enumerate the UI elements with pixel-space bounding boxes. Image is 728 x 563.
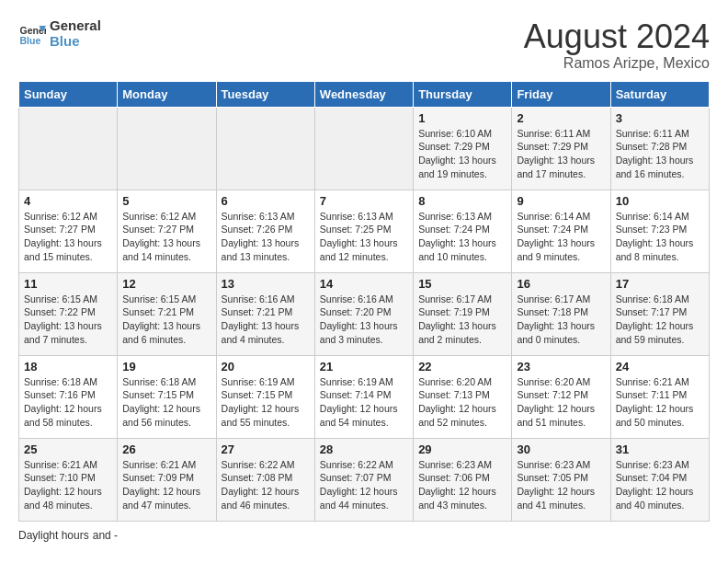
day-number: 20 [222,360,310,373]
day-info: Sunrise: 6:15 AM Sunset: 7:21 PM Dayligh… [122,293,210,347]
day-info: Sunrise: 6:13 AM Sunset: 7:25 PM Dayligh… [320,210,408,264]
day-number: 6 [222,194,310,208]
day-number: 14 [320,277,408,291]
day-info: Sunrise: 6:10 AM Sunset: 7:29 PM Dayligh… [418,127,506,181]
day-info: Sunrise: 6:23 AM Sunset: 7:05 PM Dayligh… [517,458,605,512]
day-info: Sunrise: 6:18 AM Sunset: 7:16 PM Dayligh… [24,375,112,430]
calendar-cell: 15Sunrise: 6:17 AM Sunset: 7:19 PM Dayli… [414,272,512,355]
day-number: 8 [418,194,506,208]
day-info: Sunrise: 6:18 AM Sunset: 7:17 PM Dayligh… [616,293,704,347]
day-of-week-header: Sunday [19,81,118,107]
title-block: August 2024 Ramos Arizpe, Mexico [524,18,710,72]
footer-daylight-label: Daylight hours [18,529,89,542]
logo: General Blue General Blue [18,18,101,49]
day-of-week-header: Wednesday [314,81,413,107]
day-info: Sunrise: 6:13 AM Sunset: 7:26 PM Dayligh… [222,210,310,264]
day-number: 30 [517,442,605,456]
day-of-week-header: Monday [118,81,216,107]
main-title: August 2024 [524,18,710,55]
logo-line2: Blue [50,34,101,50]
calendar-cell: 25Sunrise: 6:21 AM Sunset: 7:10 PM Dayli… [19,438,118,521]
subtitle: Ramos Arizpe, Mexico [524,55,710,72]
calendar-cell: 10Sunrise: 6:14 AM Sunset: 7:23 PM Dayli… [610,190,709,272]
day-info: Sunrise: 6:15 AM Sunset: 7:22 PM Dayligh… [24,293,112,347]
day-info: Sunrise: 6:19 AM Sunset: 7:14 PM Dayligh… [320,375,408,430]
day-info: Sunrise: 6:14 AM Sunset: 7:24 PM Dayligh… [517,210,605,264]
calendar-cell: 30Sunrise: 6:23 AM Sunset: 7:05 PM Dayli… [512,438,610,521]
day-info: Sunrise: 6:16 AM Sunset: 7:21 PM Dayligh… [222,293,310,347]
calendar-cell: 28Sunrise: 6:22 AM Sunset: 7:07 PM Dayli… [314,438,413,521]
day-of-week-header: Friday [512,81,610,107]
day-info: Sunrise: 6:19 AM Sunset: 7:15 PM Dayligh… [222,375,310,430]
day-number: 3 [616,111,704,125]
calendar-cell: 7Sunrise: 6:13 AM Sunset: 7:25 PM Daylig… [314,190,413,272]
day-number: 23 [517,360,605,373]
calendar-cell: 16Sunrise: 6:17 AM Sunset: 7:18 PM Dayli… [512,272,610,355]
calendar-week-row: 4Sunrise: 6:12 AM Sunset: 7:27 PM Daylig… [19,190,710,272]
calendar-cell [216,107,314,190]
day-info: Sunrise: 6:13 AM Sunset: 7:24 PM Dayligh… [418,210,506,264]
day-info: Sunrise: 6:22 AM Sunset: 7:08 PM Dayligh… [222,458,310,512]
calendar-cell: 2Sunrise: 6:11 AM Sunset: 7:29 PM Daylig… [512,107,610,190]
day-number: 4 [24,194,112,208]
calendar-cell: 6Sunrise: 6:13 AM Sunset: 7:26 PM Daylig… [216,190,314,272]
calendar-cell: 27Sunrise: 6:22 AM Sunset: 7:08 PM Dayli… [216,438,314,521]
footer-and-dash: and - [93,529,118,542]
day-info: Sunrise: 6:22 AM Sunset: 7:07 PM Dayligh… [320,458,408,512]
day-info: Sunrise: 6:21 AM Sunset: 7:11 PM Dayligh… [616,375,704,430]
calendar-cell: 11Sunrise: 6:15 AM Sunset: 7:22 PM Dayli… [19,272,118,355]
day-number: 18 [24,360,112,373]
calendar-cell: 13Sunrise: 6:16 AM Sunset: 7:21 PM Dayli… [216,272,314,355]
footer: Daylight hours and - [18,529,710,542]
calendar-cell: 19Sunrise: 6:18 AM Sunset: 7:15 PM Dayli… [118,355,216,438]
calendar-week-row: 18Sunrise: 6:18 AM Sunset: 7:16 PM Dayli… [19,355,710,438]
day-info: Sunrise: 6:11 AM Sunset: 7:29 PM Dayligh… [517,127,605,181]
calendar-table: SundayMondayTuesdayWednesdayThursdayFrid… [18,81,710,522]
calendar-cell: 20Sunrise: 6:19 AM Sunset: 7:15 PM Dayli… [216,355,314,438]
calendar-cell: 24Sunrise: 6:21 AM Sunset: 7:11 PM Dayli… [610,355,709,438]
calendar-cell: 29Sunrise: 6:23 AM Sunset: 7:06 PM Dayli… [414,438,512,521]
day-number: 11 [24,277,112,291]
calendar-cell: 1Sunrise: 6:10 AM Sunset: 7:29 PM Daylig… [414,107,512,190]
day-number: 7 [320,194,408,208]
day-of-week-header: Tuesday [216,81,314,107]
day-number: 17 [616,277,704,291]
day-info: Sunrise: 6:23 AM Sunset: 7:04 PM Dayligh… [616,458,704,512]
calendar-cell [118,107,216,190]
calendar-week-row: 1Sunrise: 6:10 AM Sunset: 7:29 PM Daylig… [19,107,710,190]
day-number: 27 [222,442,310,456]
day-number: 19 [122,360,210,373]
day-number: 15 [418,277,506,291]
calendar-cell [314,107,413,190]
day-info: Sunrise: 6:16 AM Sunset: 7:20 PM Dayligh… [320,293,408,347]
day-number: 16 [517,277,605,291]
day-of-week-header: Thursday [414,81,512,107]
day-number: 21 [320,360,408,373]
day-number: 1 [418,111,506,125]
calendar-cell [19,107,118,190]
calendar-cell: 22Sunrise: 6:20 AM Sunset: 7:13 PM Dayli… [414,355,512,438]
calendar-cell: 26Sunrise: 6:21 AM Sunset: 7:09 PM Dayli… [118,438,216,521]
day-info: Sunrise: 6:20 AM Sunset: 7:12 PM Dayligh… [517,375,605,430]
logo-line1: General [50,18,101,34]
day-info: Sunrise: 6:21 AM Sunset: 7:10 PM Dayligh… [24,458,112,512]
calendar-cell: 31Sunrise: 6:23 AM Sunset: 7:04 PM Dayli… [610,438,709,521]
calendar-cell: 18Sunrise: 6:18 AM Sunset: 7:16 PM Dayli… [19,355,118,438]
day-info: Sunrise: 6:23 AM Sunset: 7:06 PM Dayligh… [418,458,506,512]
calendar-cell: 23Sunrise: 6:20 AM Sunset: 7:12 PM Dayli… [512,355,610,438]
day-number: 29 [418,442,506,456]
calendar-cell: 17Sunrise: 6:18 AM Sunset: 7:17 PM Dayli… [610,272,709,355]
day-info: Sunrise: 6:17 AM Sunset: 7:18 PM Dayligh… [517,293,605,347]
day-info: Sunrise: 6:12 AM Sunset: 7:27 PM Dayligh… [122,210,210,264]
day-info: Sunrise: 6:11 AM Sunset: 7:28 PM Dayligh… [616,127,704,181]
calendar-cell: 12Sunrise: 6:15 AM Sunset: 7:21 PM Dayli… [118,272,216,355]
day-info: Sunrise: 6:21 AM Sunset: 7:09 PM Dayligh… [122,458,210,512]
day-of-week-header: Saturday [610,81,709,107]
day-number: 24 [616,360,704,373]
logo-icon: General Blue [18,20,46,48]
calendar-week-row: 25Sunrise: 6:21 AM Sunset: 7:10 PM Dayli… [19,438,710,521]
day-number: 5 [122,194,210,208]
calendar-week-row: 11Sunrise: 6:15 AM Sunset: 7:22 PM Dayli… [19,272,710,355]
day-info: Sunrise: 6:14 AM Sunset: 7:23 PM Dayligh… [616,210,704,264]
day-number: 10 [616,194,704,208]
